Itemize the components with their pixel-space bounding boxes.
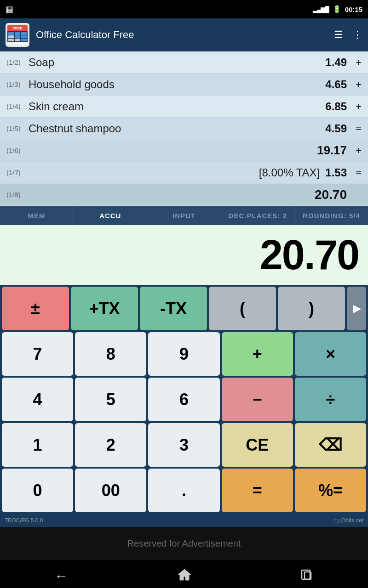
tape-index: (1/8) — [6, 191, 29, 198]
nav-bar: ← — [0, 560, 368, 588]
btn-equals[interactable]: = — [222, 469, 293, 512]
app-bar-icons: ☰ ⋮ — [334, 29, 362, 41]
btn-9[interactable]: 9 — [148, 332, 219, 376]
btn-minus[interactable]: − — [222, 378, 293, 421]
btn-multiply[interactable]: × — [295, 332, 366, 376]
btn-plus[interactable]: + — [222, 332, 293, 376]
tape-op: + — [351, 57, 362, 68]
tape-row: (1/3) Household goods 4.65 + — [0, 74, 368, 96]
btn-plus-tx[interactable]: +TX — [71, 287, 138, 330]
svg-marker-0 — [178, 569, 191, 580]
calc-row-2: 7 8 9 + × — [2, 332, 366, 376]
list-icon[interactable]: ☰ — [334, 29, 343, 41]
home-icon[interactable] — [177, 568, 192, 584]
tape-label: Soap — [29, 56, 325, 69]
display-area: 20.70 — [0, 225, 368, 285]
back-icon[interactable]: ← — [54, 568, 68, 584]
btn-0[interactable]: 0 — [2, 469, 73, 512]
tape-row: (1/5) Chestnut shampoo 4.59 = — [0, 118, 368, 140]
tape-index: (1/3) — [6, 80, 29, 88]
tape-index: (1/7) — [6, 169, 29, 176]
btn-close-paren[interactable]: ) — [278, 287, 345, 330]
app-title: Office Calculator Free — [36, 29, 328, 41]
tape-index: (1/6) — [6, 147, 29, 154]
grid-icon: ▦ — [6, 4, 13, 14]
mode-rounding[interactable]: ROUNDING: 5/4 — [295, 206, 368, 225]
ad-bar: Reserved for Advertisement — [0, 527, 368, 560]
btn-2[interactable]: 2 — [75, 423, 146, 467]
company-label: □△Obits.net — [334, 517, 363, 524]
app-bar: FREE Office Calculator Free ☰ ⋮ — [0, 18, 368, 51]
mode-mem[interactable]: MEM — [0, 206, 74, 225]
btn-5[interactable]: 5 — [75, 378, 146, 421]
btn-00[interactable]: 00 — [75, 469, 146, 512]
tape-value: 4.65 — [325, 78, 347, 91]
calc-row-1: ± +TX -TX ( ) ▶ — [2, 287, 366, 330]
btn-percent-equals[interactable]: %= — [295, 469, 366, 512]
display-value: 20.70 — [260, 232, 359, 279]
btn-3[interactable]: 3 — [148, 423, 219, 467]
ad-text: Reserved for Advertisement — [127, 538, 241, 549]
calc-area: ± +TX -TX ( ) ▶ 7 8 9 + × 4 5 6 − ÷ 1 2 … — [0, 285, 368, 514]
app-icon-label: FREE — [7, 25, 28, 31]
tape-label: Household goods — [29, 78, 325, 91]
battery-icon: 🔋 — [333, 5, 341, 13]
status-bar: ▦ ▂▄▆█ 🔋 00:15 — [0, 0, 368, 18]
tape-row-subtotal: (1/6) 19.17 + — [0, 140, 368, 162]
mode-accu[interactable]: ACCU — [74, 206, 147, 225]
tape-value: 19.17 — [317, 143, 347, 158]
tape-row-final: (1/8) 20.70 — [0, 184, 368, 206]
status-right: ▂▄▆█ 🔋 00:15 — [313, 5, 362, 13]
btn-4[interactable]: 4 — [2, 378, 73, 421]
tape-label: Skin cream — [29, 100, 325, 113]
calc-row-4: 1 2 3 CE ⌫ — [2, 423, 366, 467]
tape-value: 6.85 — [325, 100, 347, 113]
tape-label: [8.00% TAX] — [29, 166, 320, 179]
btn-6[interactable]: 6 — [148, 378, 219, 421]
bottom-labels: TBOC/FG 5.0.0 □△Obits.net — [0, 514, 368, 527]
tape-index: (1/5) — [6, 124, 29, 132]
calc-row-5: 0 00 . = %= — [2, 469, 366, 512]
tape-op: + — [351, 79, 362, 90]
tape-index: (1/2) — [6, 58, 29, 66]
mode-input[interactable]: INPUT — [147, 206, 221, 225]
signal-icon: ▂▄▆█ — [313, 6, 328, 13]
tape-row: (1/2) Soap 1.49 + — [0, 51, 368, 74]
mode-dec-places[interactable]: DEC.PLACES: 2 — [221, 206, 295, 225]
btn-1[interactable]: 1 — [2, 423, 73, 467]
tape-row-tax: (1/7) [8.00% TAX] 1.53 = — [0, 162, 368, 184]
version-label: TBOC/FG 5.0.0 — [5, 517, 43, 524]
tape-op: + — [351, 101, 362, 113]
calc-row-3: 4 5 6 − ÷ — [2, 378, 366, 421]
tape-op: = — [351, 167, 362, 179]
tape-area: (1/2) Soap 1.49 + (1/3) Household goods … — [0, 51, 368, 206]
tape-value-total: 20.70 — [315, 187, 347, 202]
status-left: ▦ — [6, 4, 13, 14]
btn-open-paren[interactable]: ( — [209, 287, 276, 330]
tape-value: 1.53 — [325, 166, 347, 179]
tape-index: (1/4) — [6, 102, 29, 110]
tape-value: 4.59 — [325, 122, 347, 135]
mode-bar: MEM ACCU INPUT DEC.PLACES: 2 ROUNDING: 5… — [0, 206, 368, 225]
app-icon: FREE — [6, 23, 29, 47]
btn-plusminus[interactable]: ± — [2, 287, 69, 330]
btn-backspace[interactable]: ⌫ — [295, 423, 366, 467]
recent-icon[interactable] — [301, 568, 314, 584]
tape-row: (1/4) Skin cream 6.85 + — [0, 96, 368, 118]
tape-op: + — [351, 145, 362, 157]
tape-op: = — [351, 123, 362, 135]
btn-minus-tx[interactable]: -TX — [140, 287, 207, 330]
btn-8[interactable]: 8 — [75, 332, 146, 376]
menu-icon[interactable]: ⋮ — [352, 29, 362, 41]
time-display: 00:15 — [345, 6, 362, 13]
btn-decimal[interactable]: . — [148, 469, 219, 512]
btn-7[interactable]: 7 — [2, 332, 73, 376]
tape-label: Chestnut shampoo — [29, 122, 325, 135]
tape-value: 1.49 — [325, 56, 347, 69]
btn-arrow-right[interactable]: ▶ — [347, 287, 366, 330]
btn-divide[interactable]: ÷ — [295, 378, 366, 421]
btn-ce[interactable]: CE — [222, 423, 293, 467]
